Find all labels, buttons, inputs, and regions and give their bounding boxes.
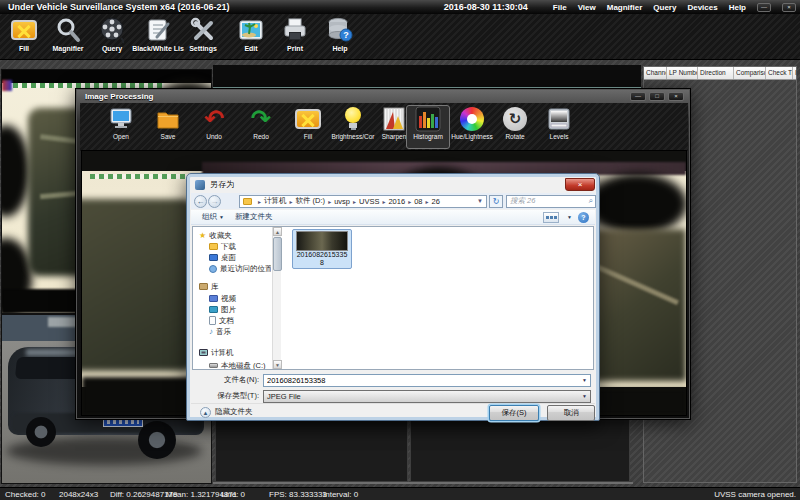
nav-downloads[interactable]: 下载 [209,241,236,252]
breadcrumb-uvsp[interactable]: uvsp [334,197,350,206]
close-icon[interactable]: × [565,178,595,191]
hue-lightness-button[interactable]: Hue/Lightness [450,106,494,150]
refresh-button[interactable]: ↻ [489,195,503,208]
nav-music[interactable]: ♪ 音乐 [209,326,231,337]
picture-icon [209,306,218,313]
close-button[interactable]: × [782,3,796,12]
breadcrumb[interactable]: ▸ 计算机 ▸ 软件 (D:) ▸ uvsp ▸ UVSS ▸ 2016 ▸ 0… [239,195,487,208]
toolbar-magnifier-button[interactable]: Magnifier [44,16,92,58]
organize-button[interactable]: 组织 [202,212,217,222]
maximize-button[interactable]: □ [649,92,665,101]
minimize-button[interactable]: — [630,92,646,101]
menu-devices[interactable]: Devices [687,3,717,12]
new-folder-button[interactable]: 新建文件夹 [235,212,273,222]
view-selector-button[interactable] [543,212,559,223]
cancel-button[interactable]: 取消 [547,405,595,421]
recent-places-icon [209,265,217,273]
window-controls: — □ × [630,92,690,101]
breadcrumb-26[interactable]: 26 [432,197,440,206]
column-check-time[interactable]: Check Tim [766,67,793,79]
navigation-pane: ★ 收藏夹 下载 桌面 最近访问的位置 库 [193,227,271,369]
menu-file[interactable]: File [553,3,567,12]
nav-libraries[interactable]: 库 [199,281,219,292]
dialog-body: ★ 收藏夹 下载 桌面 最近访问的位置 库 [192,226,594,370]
filetype-select[interactable]: JPEG File ▼ [263,390,591,403]
help-icon[interactable]: ? [578,212,589,223]
menu-magnifier[interactable]: Magnifier [607,3,643,12]
filetype-value: JPEG File [264,392,582,401]
menu-view[interactable]: View [578,3,596,12]
image-processing-toolbar: Open Save ↶ Undo ↷ Redo Fill [80,103,688,151]
toolbar-help-button[interactable]: ? Help [316,16,364,58]
breadcrumb-08[interactable]: 08 [414,197,422,206]
minimize-button[interactable]: — [757,3,771,12]
nav-computer[interactable]: 计算机 [199,347,234,358]
nav-recent-places[interactable]: 最近访问的位置 [209,263,271,274]
levels-button[interactable]: Levels [537,106,581,150]
bottom-image-panel[interactable] [215,417,408,482]
toolbar-settings-button[interactable]: Settings [179,16,227,58]
scroll-down-icon[interactable]: ▼ [273,360,282,369]
chevron-down-icon[interactable]: ▼ [477,198,486,204]
open-button[interactable]: Open [99,106,143,150]
undercarriage-shape [82,199,194,371]
menu-help[interactable]: Help [729,3,746,12]
column-direction[interactable]: Direction [698,67,734,79]
nav-videos[interactable]: 视频 [209,293,236,304]
toolbar-print-button[interactable]: Print [271,16,319,58]
toolbar-fill-button[interactable]: Fill [0,16,48,58]
file-item-selected[interactable]: 2016082615335 8 [292,229,352,269]
save-as-dialog: 另存为 × ← → ▸ 计算机 ▸ 软件 (D:) ▸ uvsp ▸ UVSS … [186,173,600,421]
nav-favorites[interactable]: ★ 收藏夹 [199,230,232,241]
undo-button[interactable]: ↶ Undo [192,106,236,150]
nav-label: 计算机 [211,348,234,358]
nav-pictures[interactable]: 图片 [209,304,236,315]
scroll-up-icon[interactable]: ▲ [273,227,282,236]
chevron-down-icon[interactable]: ▼ [582,377,590,383]
histogram-button[interactable]: Histogram [406,105,450,149]
database-help-icon: ? [326,16,354,44]
close-button[interactable]: × [668,92,684,101]
breadcrumb-uvss[interactable]: UVSS [359,197,379,206]
nav-local-disk-c[interactable]: 本地磁盘 (C:) [209,360,266,369]
back-button[interactable]: ← [194,195,207,208]
column-channel[interactable]: Channel [644,67,667,79]
ip-label: Hue/Lightness [451,133,493,140]
bottom-image-panel[interactable] [410,417,630,482]
breadcrumb-drive[interactable]: 软件 (D:) [296,196,326,206]
column-comparison[interactable]: Compariso [734,67,766,79]
menu-query[interactable]: Query [653,3,676,12]
dialog-titlebar[interactable]: 另存为 × [191,177,595,192]
breadcrumb-2016[interactable]: 2016 [388,197,405,206]
column-lp-number[interactable]: LP Numbe [667,67,698,79]
filename-input[interactable] [264,375,582,386]
hide-folders-button[interactable]: ▲ 隐藏文件夹 [200,407,253,418]
brightness-button[interactable]: Brightness/Cor [331,106,375,150]
nav-scrollbar[interactable]: ▲ ▼ [272,227,281,369]
tire-shadow [587,173,686,235]
redo-button[interactable]: ↷ Redo [239,106,283,150]
toolbar-query-button[interactable]: Query [88,16,136,58]
search-input[interactable]: 搜索 26 ⌕ [506,195,596,208]
nav-documents[interactable]: 文档 [209,315,234,326]
breadcrumb-computer[interactable]: 计算机 [264,196,287,206]
file-list[interactable]: 2016082615335 8 [282,227,593,369]
app-window: Under Vehicle Surveillance System x64 (2… [0,0,800,500]
save-button[interactable]: 保存(S) [489,405,539,421]
toolbar-edit-button[interactable]: Edit [227,16,275,58]
toolbar-blackwhite-list-button[interactable]: Black/White Lis [134,16,182,58]
image-processing-titlebar[interactable]: Image Processing — □ × [76,89,690,103]
rotate-button[interactable]: ↻ Rotate [493,106,537,150]
dialog-icon [195,180,205,190]
results-table-header: Channel LP Numbe Direction Compariso Che… [644,67,796,80]
forward-button[interactable]: → [208,195,221,208]
filename-combo[interactable]: ▼ [263,374,591,387]
scrollbar-thumb[interactable] [273,237,282,271]
fill-button[interactable]: Fill [286,106,330,150]
nav-desktop[interactable]: 桌面 [209,252,236,263]
nav-label: 视频 [221,294,236,304]
scan-top-band [2,70,211,83]
column-partial[interactable]: I [793,67,798,79]
save-button[interactable]: Save [146,106,190,150]
toolbar-label: Magnifier [52,45,83,52]
